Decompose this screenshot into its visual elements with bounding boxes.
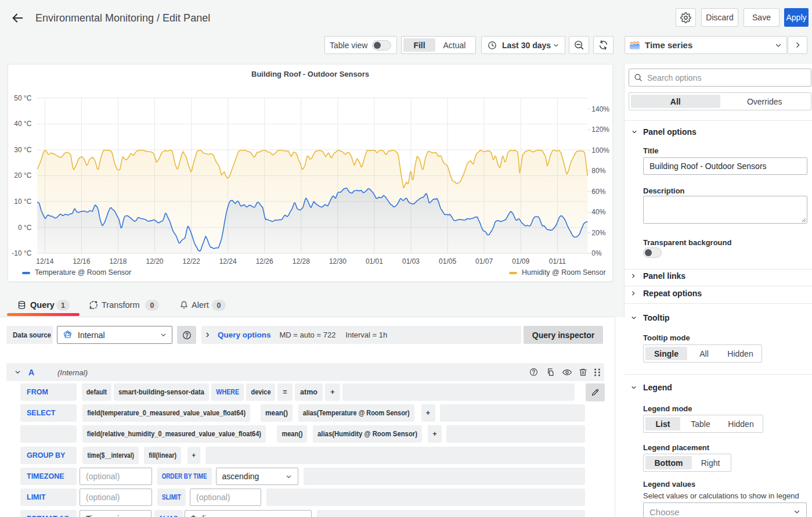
svg-text:20%: 20%: [591, 229, 605, 237]
svg-text:12/14: 12/14: [36, 257, 53, 265]
svg-text:80%: 80%: [591, 167, 605, 175]
svg-text:01/01: 01/01: [366, 257, 383, 265]
svg-text:40 °C: 40 °C: [14, 120, 31, 128]
svg-text:12/18: 12/18: [109, 257, 127, 265]
svg-text:12/26: 12/26: [256, 257, 273, 265]
svg-text:120%: 120%: [591, 125, 609, 134]
svg-text:12/28: 12/28: [293, 257, 310, 265]
svg-text:100%: 100%: [591, 146, 609, 155]
svg-text:12/30: 12/30: [329, 257, 347, 265]
svg-text:01/07: 01/07: [475, 257, 493, 265]
svg-text:40%: 40%: [591, 208, 605, 216]
svg-text:01/11: 01/11: [549, 257, 566, 265]
svg-text:01/09: 01/09: [512, 257, 529, 265]
svg-text:12/24: 12/24: [219, 257, 237, 265]
svg-text:0 °C: 0 °C: [18, 224, 32, 232]
svg-text:50 °C: 50 °C: [14, 94, 31, 102]
svg-text:60%: 60%: [591, 188, 605, 196]
svg-text:01/03: 01/03: [402, 257, 420, 265]
svg-text:12/16: 12/16: [73, 257, 90, 265]
svg-text:140%: 140%: [591, 105, 609, 113]
svg-text:01/05: 01/05: [439, 257, 456, 265]
svg-text:12/22: 12/22: [183, 257, 200, 265]
svg-text:12/20: 12/20: [146, 257, 163, 265]
svg-text:30 °C: 30 °C: [14, 146, 31, 154]
svg-text:20 °C: 20 °C: [14, 171, 31, 179]
svg-text:-10 °C: -10 °C: [12, 249, 31, 257]
svg-text:0%: 0%: [591, 249, 602, 257]
svg-text:10 °C: 10 °C: [14, 198, 31, 206]
